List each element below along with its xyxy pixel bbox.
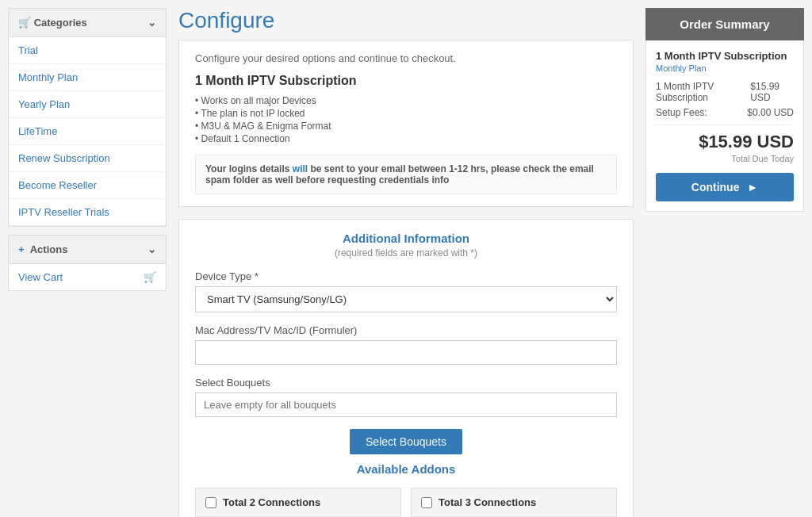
order-product-name: 1 Month IPTV Subscription [656,50,794,62]
addon-checkbox[interactable] [421,497,432,508]
configure-subtitle: Configure your desired options and conti… [195,52,617,64]
sidebar-nav-item[interactable]: IPTV Reseller Trials [9,199,166,226]
order-divider [656,124,794,125]
email-link: will [293,163,308,174]
order-subscription-price: $15.99 USD [750,81,794,103]
device-type-group: Device Type * Smart TV (Samsung/Sony/LG)… [195,270,617,312]
order-setup-label: Setup Fees: [656,107,707,118]
sidebar-nav-item[interactable]: LifeTime [9,118,166,145]
product-title: 1 Month IPTV Subscription [195,74,617,88]
bouquets-label: Select Bouquets [195,377,617,389]
sidebar-nav-item[interactable]: Yearly Plan [9,91,166,118]
addon-title: Total 2 Connections [223,496,320,508]
product-feature: Default 1 Connection [195,132,617,145]
order-subscription-line: 1 Month IPTV Subscription $15.99 USD [656,81,794,103]
sidebar-actions-header[interactable]: + Actions ⌄ [9,236,166,264]
order-summary-header: Order Summary [645,8,804,40]
actions-label: + Actions [18,243,67,255]
bouquets-input[interactable] [195,393,617,417]
addon-checkbox[interactable] [205,497,216,508]
product-feature: The plan is not IP locked [195,107,617,120]
addon-card: Total 3 Connections Monthly Recurring $2… [411,488,617,517]
sidebar-categories-section: 🛒 Categories ⌄ TrialMonthly PlanYearly P… [8,8,167,227]
sidebar-nav-item[interactable]: Renew Subscription [9,145,166,172]
product-feature: M3U & MAG & Enigma Format [195,120,617,132]
order-summary-body: 1 Month IPTV Subscription Monthly Plan 1… [645,40,804,212]
sidebar-nav-item[interactable]: Trial [9,37,166,64]
sidebar-nav-item[interactable]: Become Reseller [9,172,166,199]
additional-info-title: Additional Information [195,232,617,245]
sidebar-categories-header[interactable]: 🛒 Categories ⌄ [9,9,166,37]
addon-card-header: Total 3 Connections [412,488,616,517]
order-subscription-label: 1 Month IPTV Subscription [656,81,750,103]
bouquets-group: Select Bouquets [195,377,617,417]
mac-address-input[interactable] [195,340,617,365]
page-title: Configure [178,8,634,33]
mac-address-label: Mac Address/TV Mac/ID (Formuler) [195,324,617,336]
addons-grid: Total 2 Connections Monthly Recurring $1… [195,488,617,517]
product-features: Works on all major DevicesThe plan is no… [195,94,617,145]
addon-card-header: Total 2 Connections [196,488,400,517]
additional-info-section: Additional Information (required fields … [178,219,634,517]
order-setup-price: $0.00 USD [747,107,794,118]
additional-info-subtitle: (required fields are marked with *) [195,247,617,258]
order-plan: Monthly Plan [656,63,794,73]
cart-icon: 🛒 Categories [18,17,87,29]
order-setup-line: Setup Fees: $0.00 USD [656,107,794,118]
main-content: Configure Configure your desired options… [178,8,634,517]
addon-card: Total 2 Connections Monthly Recurring $1… [195,488,401,517]
mac-address-group: Mac Address/TV Mac/ID (Formuler) [195,324,617,365]
email-notice: Your logins details will be sent to your… [195,155,617,194]
chevron-up-icon: ⌄ [147,17,156,29]
order-total-label: Total Due Today [656,154,794,163]
arrow-icon: ► [747,181,758,193]
view-cart-row[interactable]: View Cart 🛒 [9,264,166,290]
device-type-label: Device Type * [195,270,617,282]
sidebar-nav: TrialMonthly PlanYearly PlanLifeTimeRene… [9,37,166,226]
cart-icon-small: 🛒 [144,271,156,283]
configure-box: Configure your desired options and conti… [178,40,634,207]
categories-label: Categories [34,17,87,29]
addon-title: Total 3 Connections [439,496,536,508]
order-total: $15.99 USD [656,132,794,152]
continue-label: Continue [691,181,740,193]
view-cart-label: View Cart [18,271,63,283]
chevron-up-icon-actions: ⌄ [147,243,156,255]
device-type-select[interactable]: Smart TV (Samsung/Sony/LG)Android Box/Ph… [195,286,617,312]
sidebar-nav-item[interactable]: Monthly Plan [9,64,166,91]
continue-button[interactable]: Continue ► [656,173,794,201]
sidebar: 🛒 Categories ⌄ TrialMonthly PlanYearly P… [8,8,167,517]
select-bouquets-button[interactable]: Select Bouquets [350,429,462,454]
order-summary: Order Summary 1 Month IPTV Subscription … [645,8,804,517]
sidebar-actions-section: + Actions ⌄ View Cart 🛒 [8,235,167,291]
product-feature: Works on all major Devices [195,94,617,107]
available-addons-title: Available Addons [195,462,617,476]
